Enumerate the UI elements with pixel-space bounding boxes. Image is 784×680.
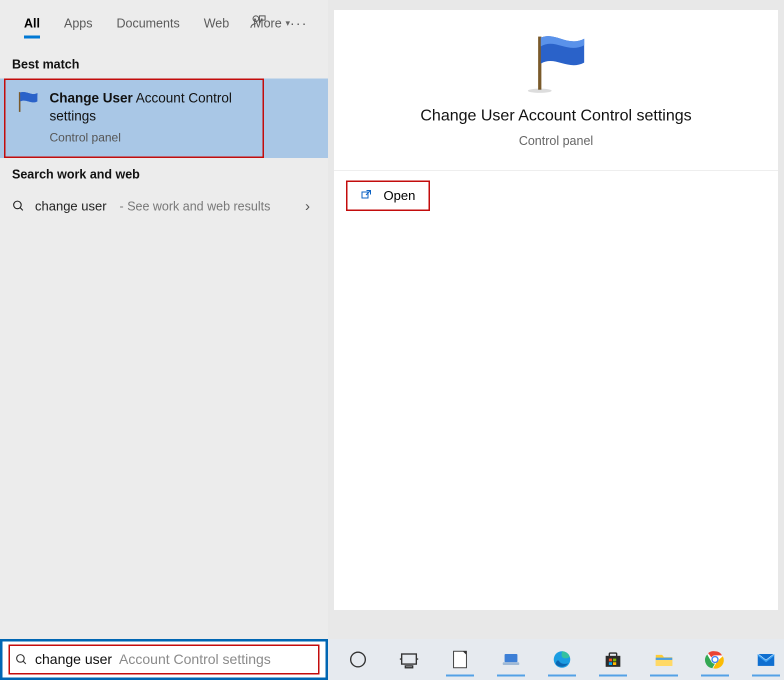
svg-point-3 <box>528 88 552 93</box>
svg-point-0 <box>253 16 258 22</box>
svg-rect-23 <box>656 658 672 660</box>
best-match-heading: Best match <box>0 48 328 78</box>
taskbar-cortana[interactable] <box>341 642 375 676</box>
taskbar-mail[interactable] <box>749 642 783 676</box>
taskbar <box>328 639 784 680</box>
taskbar-file-explorer[interactable] <box>647 642 681 676</box>
web-result-hint: - See work and web results <box>120 199 270 214</box>
svg-line-6 <box>23 661 26 664</box>
flag-icon <box>16 89 40 114</box>
svg-rect-21 <box>613 662 616 666</box>
best-match-result[interactable]: Change User Account Control settings Con… <box>4 78 264 158</box>
chevron-right-icon: › <box>305 198 310 214</box>
search-icon <box>15 653 28 666</box>
search-typed-text: change user <box>35 652 112 668</box>
taskbar-microsoft-store[interactable] <box>596 642 630 676</box>
search-web-heading: Search work and web <box>0 158 328 188</box>
svg-rect-13 <box>504 654 518 662</box>
svg-point-5 <box>16 654 24 662</box>
taskbar-libreoffice[interactable] <box>443 642 477 676</box>
svg-rect-4 <box>362 192 368 198</box>
svg-rect-12 <box>454 652 466 668</box>
search-filter-tabs: All Apps Documents Web More ▾ ··· <box>0 0 328 48</box>
taskbar-chrome[interactable] <box>698 642 732 676</box>
best-match-title: Change User Account Control settings <box>50 89 252 126</box>
tab-all[interactable]: All <box>12 9 52 40</box>
svg-rect-19 <box>613 658 616 662</box>
open-external-icon <box>360 188 372 204</box>
preview-subtitle: Control panel <box>334 134 778 148</box>
svg-point-26 <box>712 657 717 662</box>
tab-web[interactable]: Web <box>192 9 241 40</box>
tab-documents[interactable]: Documents <box>104 9 192 40</box>
taskbar-task-view[interactable] <box>392 642 426 676</box>
more-options-icon[interactable]: ··· <box>290 16 308 32</box>
search-autocomplete-ghost: Account Control settings <box>119 652 271 668</box>
svg-rect-11 <box>406 666 413 668</box>
best-match-subtitle: Control panel <box>50 130 252 144</box>
svg-rect-17 <box>610 653 617 656</box>
taskbar-laptop-app[interactable] <box>494 642 528 676</box>
svg-rect-8 <box>402 654 416 664</box>
open-button-label: Open <box>384 188 416 204</box>
svg-rect-14 <box>503 662 520 666</box>
web-result-row[interactable]: change user - See work and web results › <box>0 188 328 224</box>
web-result-query: change user <box>35 198 106 214</box>
svg-rect-18 <box>609 658 612 662</box>
svg-line-2 <box>20 208 22 210</box>
taskbar-edge[interactable] <box>545 642 579 676</box>
svg-rect-20 <box>609 662 612 666</box>
search-icon <box>12 200 25 212</box>
open-button[interactable]: Open <box>346 180 430 211</box>
windows-search-box[interactable]: change user Account Control settings <box>0 639 328 680</box>
preview-large-icon <box>334 19 778 103</box>
svg-point-7 <box>350 652 365 666</box>
tab-apps[interactable]: Apps <box>52 9 104 40</box>
svg-point-1 <box>14 202 21 209</box>
feedback-icon[interactable] <box>250 13 266 34</box>
preview-title: Change User Account Control settings <box>334 103 778 128</box>
